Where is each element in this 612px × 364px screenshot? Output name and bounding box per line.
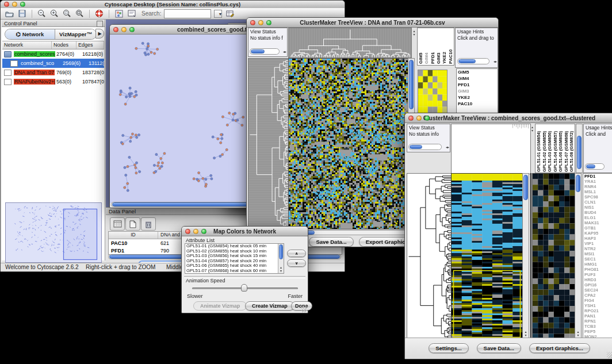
zoom-button[interactable]	[424, 116, 430, 121]
tv2-action-button[interactable]: Save Data...	[477, 343, 521, 353]
tv1-summary-heatmap[interactable]	[418, 70, 447, 113]
tv1-mini-scroll-arrows[interactable]: ▴▾	[412, 29, 416, 36]
zoom-button[interactable]	[20, 2, 25, 7]
tv1-hints-scroll-arrows[interactable]: ◂▸	[494, 60, 497, 63]
tv2-gene-item[interactable]: GTB1	[583, 225, 612, 231]
tv2-gene-item[interactable]: VIP1	[583, 241, 612, 246]
tv2-gene-item[interactable]: BUD4	[583, 210, 612, 215]
delete-attribute-icon[interactable]	[141, 217, 156, 231]
tv1-gene-item[interactable]: PFD1	[457, 82, 498, 88]
close-button[interactable]	[4, 2, 9, 7]
close-button[interactable]	[185, 229, 190, 234]
move-down-button[interactable]: ∨	[287, 259, 306, 267]
main-titlebar[interactable]: Cytoscape Desktop (Session Name: collins…	[1, 1, 345, 9]
tv2-gene-item[interactable]: NIS1	[583, 205, 612, 210]
move-up-button[interactable]: ∧	[287, 250, 306, 257]
float-panel-icon[interactable]	[97, 21, 103, 27]
tv2-gene-item[interactable]: PUF3	[583, 272, 612, 277]
tv2-column-dendrogram[interactable]	[451, 124, 531, 174]
tv2-gene-item[interactable]: YSH1	[583, 303, 612, 308]
zoom-fit-icon[interactable]	[75, 9, 85, 18]
tv2-gene-item[interactable]: MAK31	[583, 220, 612, 225]
attr-scroll-arrows[interactable]: ▴▾	[278, 266, 284, 273]
tv2-labels-vscrollbar[interactable]	[576, 124, 583, 173]
tv2-gene-item[interactable]: CPA2	[583, 293, 612, 298]
attribute-listbox[interactable]: GPL51-01 (GSM854) heat shock 05 minGPL51…	[185, 243, 284, 274]
tv2-gene-item[interactable]: PHO81	[583, 267, 612, 272]
tv2-gene-item[interactable]: HMG1	[583, 262, 612, 267]
tv1-gene-item[interactable]: GIM3	[457, 88, 498, 94]
animate-vizmap-button[interactable]: Animate Vizmap	[193, 301, 247, 311]
tab-network[interactable]: ⌬ Network	[5, 29, 55, 39]
tv2-heatmap[interactable]	[451, 173, 523, 340]
tv2-gene-item[interactable]: CLN1	[583, 200, 612, 205]
zoom-button[interactable]	[129, 27, 135, 32]
tv2-gene-item[interactable]: YRA1	[583, 179, 612, 184]
minimize-button[interactable]	[193, 229, 198, 234]
tv2-gene-item[interactable]: SPC98	[583, 194, 612, 200]
tv2-status-scrollbar[interactable]	[408, 144, 442, 150]
birdseye-view[interactable]	[5, 202, 102, 263]
annotation-icon[interactable]	[127, 9, 136, 18]
help-lifering-icon[interactable]	[94, 9, 104, 18]
tv1-gene-item[interactable]: GIM5	[457, 69, 498, 75]
tv2-gene-item[interactable]: MSL1	[583, 189, 612, 194]
minimize-button[interactable]	[12, 2, 17, 7]
tv2-vscroll-arrows[interactable]: ▴▾	[523, 330, 529, 337]
tv2-gene-item[interactable]: PEP5	[583, 329, 612, 334]
tv2-zoom-vscroll-arrows[interactable]: ▴▾	[575, 330, 581, 337]
close-button[interactable]	[113, 27, 118, 32]
minimize-button[interactable]	[121, 27, 127, 32]
tv2-status-scroll-arrows[interactable]: ◂▸	[446, 145, 449, 149]
tabs-overflow-button[interactable]: ▶	[95, 29, 104, 39]
new-attribute-icon[interactable]	[125, 217, 140, 231]
zoom-button[interactable]	[266, 20, 271, 25]
tv1-gene-item[interactable]: PAC10	[457, 101, 498, 107]
minimize-button[interactable]	[416, 116, 422, 121]
search-dropdown-button[interactable]: ▼	[214, 10, 222, 18]
network-table-row[interactable]: combined_scores_ 2764(0) 16218(0)	[2, 49, 104, 59]
tv2-gene-item[interactable]: MSI1	[583, 251, 612, 256]
save-session-icon[interactable]	[17, 9, 27, 18]
tv2-gene-item[interactable]: PFD1	[583, 174, 612, 179]
network-table-row[interactable]: DNA and Tran 07 769(0) 183728(0)	[2, 68, 104, 77]
tv2-gene-item[interactable]: RPO21	[583, 308, 612, 313]
tv1-hints-scrollbar[interactable]	[457, 58, 489, 64]
tv2-action-button[interactable]: Settings...	[429, 343, 468, 353]
tv2-row-dendrogram[interactable]	[407, 173, 452, 340]
tv2-hints-scrollbar[interactable]	[585, 163, 605, 170]
zoom-in-icon[interactable]	[49, 9, 59, 18]
dialog-titlebar[interactable]: Map Colors to Network	[182, 227, 308, 236]
tv2-gene-item[interactable]: RPN1	[583, 319, 612, 324]
treeview2-titlebar[interactable]: ClusterMaker TreeView : combined_scores_…	[405, 113, 612, 123]
network-table-row[interactable]: combined_sco 2569(6) 13112(15)	[2, 59, 104, 68]
treeview1-titlebar[interactable]: ClusterMaker TreeView : DNA and Tran 07-…	[247, 18, 498, 28]
tv1-row-dendrogram[interactable]	[248, 58, 289, 229]
tv2-gene-item[interactable]: HRD3	[583, 277, 612, 282]
attribute-list-vscrollbar[interactable]: ▴▾	[278, 244, 284, 273]
zoom-button[interactable]	[201, 229, 206, 234]
tv1-gene-item[interactable]: GIM4	[457, 75, 498, 82]
tv1-status-scrollbar[interactable]	[250, 48, 280, 55]
tv2-zoom-vscrollbar[interactable]: ▴▾	[575, 173, 582, 339]
tv2-action-button[interactable]: Export Graphics...	[529, 343, 590, 353]
create-vizmap-button[interactable]: Create Vizmap	[245, 301, 294, 311]
tv2-zoom-heatmap[interactable]	[532, 173, 575, 340]
tv2-mini-scroll-arrows[interactable]: ▴▾	[530, 125, 534, 132]
open-session-icon[interactable]	[5, 9, 14, 18]
tv2-gene-item[interactable]: ELG1	[583, 215, 612, 220]
tv2-gene-item[interactable]: SEC24	[583, 288, 612, 293]
tv2-gene-item[interactable]: SEC1	[583, 256, 612, 262]
search-input[interactable]	[164, 9, 211, 18]
tv1-column-dendrogram[interactable]	[288, 28, 412, 58]
tv2-gene-item[interactable]: NTR2	[583, 246, 612, 251]
tv2-gene-item[interactable]: KAP95	[583, 231, 612, 236]
tv1-heatmap[interactable]	[288, 58, 408, 229]
tv2-gene-item[interactable]: GPI16	[583, 282, 612, 288]
close-button[interactable]	[250, 20, 255, 25]
zoom-out-icon[interactable]	[37, 9, 47, 18]
tv2-gene-item[interactable]: HAP3	[583, 236, 612, 241]
tv2-split-divider[interactable]	[530, 173, 531, 339]
tv2-gene-item[interactable]: FIG4	[583, 298, 612, 303]
dialog-resize-grip[interactable]	[301, 306, 307, 312]
